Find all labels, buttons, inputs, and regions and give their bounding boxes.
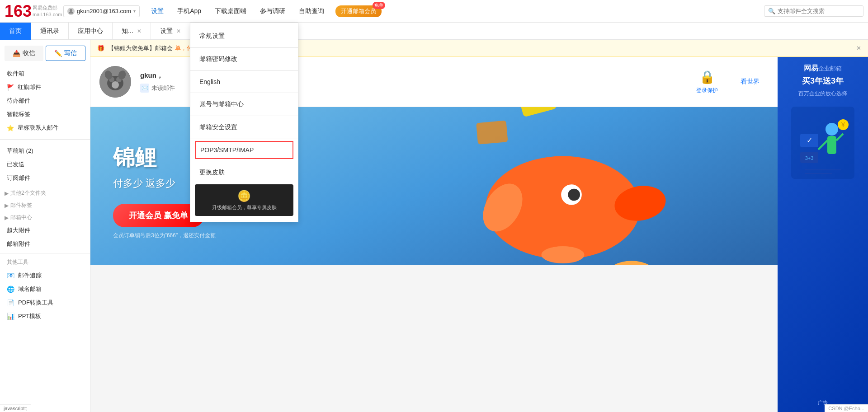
expand-icon-2: ▶: [5, 202, 9, 209]
sidebar-other-folders[interactable]: ▶ 其他2个文件夹: [0, 187, 90, 199]
dropdown-sep-3: [190, 93, 298, 93]
logo-sub: 网易免费邮 mail.163.com: [33, 5, 62, 18]
sidebar-item-mailbox-attach[interactable]: 邮箱附件: [0, 237, 90, 251]
ad-content: 网易企业邮箱 买3年送3年 百万企业的放心选择: [778, 57, 868, 412]
sidebar-divider-1: [0, 139, 90, 140]
sidebar-item-mail-track[interactable]: 📧 邮件追踪: [0, 269, 90, 282]
footer: CSDN @Echo...: [825, 404, 868, 412]
vip-button[interactable]: 开通邮箱会员 免单: [335, 5, 382, 17]
inbox-icon: 📥: [13, 50, 20, 57]
banner-icon: 🎁: [97, 45, 104, 52]
sidebar-item-subscribe[interactable]: 订阅邮件: [0, 171, 90, 185]
status-text: javascript:;: [4, 406, 28, 411]
sidebar-item-sent[interactable]: 已发送: [0, 158, 90, 171]
account-email: gkun2001@163.com: [77, 8, 131, 14]
sidebar-item-flagged[interactable]: 🚩 红旗邮件: [0, 80, 90, 94]
sidebar-item-pdf-tool[interactable]: 📄 PDF转换工具: [0, 296, 90, 309]
dropdown-english[interactable]: English: [190, 73, 298, 91]
skin-preview[interactable]: 🪙 升级邮箱会员，尊享专属皮肤: [195, 184, 293, 216]
vip-badge: 免单: [373, 2, 385, 9]
dropdown-change-skin[interactable]: 更换皮肤: [190, 163, 298, 182]
compose-icon: ✏️: [54, 50, 62, 57]
expand-icon-3: ▶: [5, 215, 9, 221]
inbox-button[interactable]: 📥 收信: [5, 46, 43, 61]
ad-brand-label: 网易企业邮箱: [804, 64, 842, 73]
security-area: 🔒 登录保护: [696, 70, 731, 94]
right-ad-panel: 网易企业邮箱 买3年送3年 百万企业的放心选择: [778, 57, 868, 412]
settings-dropdown-menu: 常规设置 邮箱密码修改 English 账号与邮箱中心 邮箱安全设置 POP3/…: [190, 23, 298, 222]
footer-text: CSDN @Echo...: [828, 406, 864, 411]
account-dropdown-arrow: ▾: [133, 9, 136, 14]
account-selector[interactable]: gkun2001@163.com ▾: [63, 5, 140, 17]
nav-survey[interactable]: 参与调研: [258, 5, 288, 18]
star-icon: ⭐: [7, 125, 14, 131]
nav-selfquery[interactable]: 自助查询: [297, 5, 326, 18]
dropdown-account-center[interactable]: 账号与邮箱中心: [190, 95, 298, 114]
tab-knowledge-close[interactable]: ✕: [137, 28, 142, 34]
sidebar-item-smart-tag[interactable]: 智能标签: [0, 108, 90, 121]
tab-home[interactable]: 首页: [0, 23, 31, 40]
unread-mail-item: ✉️ 未读邮件: [140, 84, 175, 93]
nav-settings[interactable]: 设置: [149, 5, 166, 18]
sidebar-actions: 📥 收信 ✏️ 写信: [5, 46, 85, 61]
sidebar-folder-section: 草稿箱 (2) 已发送 订阅邮件: [0, 142, 90, 187]
svg-rect-11: [476, 121, 508, 145]
see-world-btn[interactable]: 看世界: [741, 78, 760, 86]
tab-app-center[interactable]: 应用中心: [69, 23, 113, 40]
avatar: [99, 66, 131, 98]
dropdown-sep-6: [190, 161, 298, 161]
tab-settings-close[interactable]: ✕: [176, 28, 181, 34]
sidebar-main-section: 收件箱 🚩 红旗邮件 待办邮件 智能标签 ⭐ 星标联系人邮件: [0, 65, 90, 137]
dropdown-general-settings[interactable]: 常规设置: [190, 27, 298, 46]
search-input[interactable]: [778, 8, 859, 14]
ppt-icon: 📊: [7, 313, 14, 320]
sidebar-mailbox-center[interactable]: ▶ 邮箱中心: [0, 211, 90, 224]
pdf-icon: 📄: [7, 299, 14, 306]
nav-desktop[interactable]: 下载桌面端: [212, 5, 249, 18]
top-nav-bar: 163 网易免费邮 mail.163.com gkun2001@163.com …: [0, 0, 868, 23]
mail-icon: ✉️: [140, 84, 149, 93]
search-icon: 🔍: [768, 8, 775, 14]
search-area[interactable]: 🔍: [764, 5, 863, 17]
compose-button[interactable]: ✏️ 写信: [46, 46, 85, 61]
sidebar-item-todo[interactable]: 待办邮件: [0, 94, 90, 108]
ad-brand: 网易: [804, 64, 818, 72]
tab-settings[interactable]: 设置 ✕: [151, 23, 190, 40]
tab-knowledge[interactable]: 知... ✕: [113, 23, 151, 40]
svg-text:✓: ✓: [807, 136, 812, 144]
svg-text:¥: ¥: [841, 121, 845, 128]
svg-text:3+3: 3+3: [805, 155, 814, 161]
expand-icon: ▶: [5, 190, 9, 197]
dropdown-change-password[interactable]: 邮箱密码修改: [190, 50, 298, 69]
account-icon: [67, 8, 75, 15]
nav-mobile[interactable]: 手机App: [175, 5, 203, 18]
promo-note: 会员订单编号后3位为"666"，退还实付金额: [113, 232, 216, 239]
security-label: 登录保护: [696, 87, 718, 94]
tab-contacts[interactable]: 通讯录: [31, 23, 69, 40]
sidebar-mail-labels[interactable]: ▶ 邮件标签: [0, 199, 90, 211]
sidebar-item-domain-mail[interactable]: 🌐 域名邮箱: [0, 282, 90, 296]
sidebar-item-starred[interactable]: ⭐ 星标联系人邮件: [0, 121, 90, 135]
sidebar-item-large-attach[interactable]: 超大附件: [0, 224, 90, 237]
svg-point-22: [826, 123, 838, 136]
dropdown-sep-4: [190, 116, 298, 116]
svg-point-17: [542, 246, 585, 263]
svg-point-14: [568, 189, 580, 201]
mail-track-icon: 📧: [7, 272, 14, 279]
dropdown-sep-1: [190, 47, 298, 48]
banner-close-btn[interactable]: ✕: [856, 45, 861, 52]
sidebar-item-inbox[interactable]: 收件箱: [0, 67, 90, 80]
profile-name: gkun，: [140, 71, 163, 80]
ad-subtitle: 百万企业的放心选择: [798, 90, 847, 98]
logo-area: 163 网易免费邮 mail.163.com: [5, 3, 59, 19]
skin-preview-icon: 🪙: [237, 190, 251, 202]
dropdown-pop3-smtp-imap[interactable]: POP3/SMTP/IMAP: [195, 141, 293, 159]
lock-icon: 🔒: [699, 70, 715, 84]
dropdown-sep-2: [190, 70, 298, 71]
sidebar-item-ppt-template[interactable]: 📊 PPT模板: [0, 309, 90, 323]
sidebar-item-draft[interactable]: 草稿箱 (2): [0, 144, 90, 158]
svg-point-5: [112, 81, 119, 89]
dropdown-security-settings[interactable]: 邮箱安全设置: [190, 118, 298, 137]
banner-text: 【锦鲤为您免单】邮箱会: [108, 44, 173, 52]
skin-preview-text: 升级邮箱会员，尊享专属皮肤: [212, 204, 277, 211]
